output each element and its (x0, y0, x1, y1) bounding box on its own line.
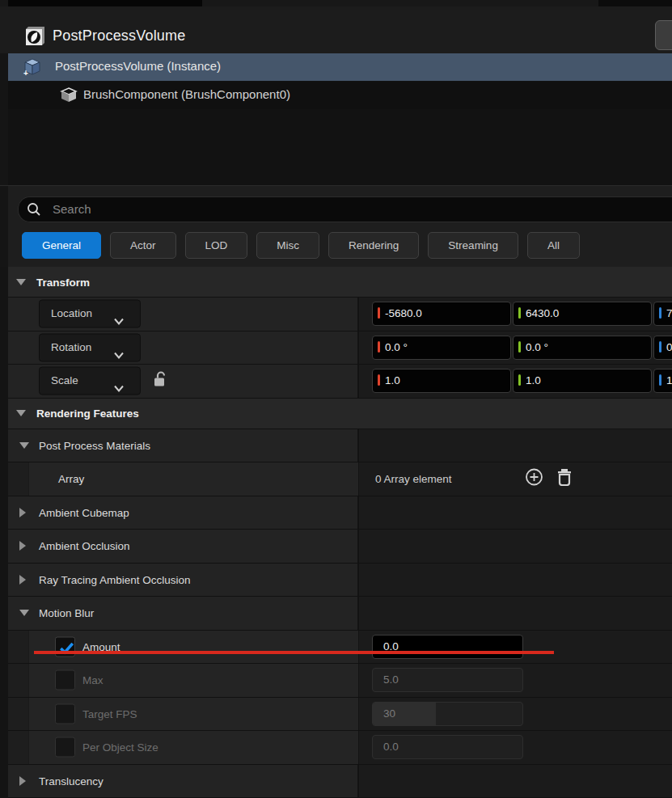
field-value: 6430.0 (526, 307, 559, 319)
field-value: 1.0 (666, 374, 672, 386)
axis-color-bar-x (378, 341, 380, 353)
property-row-motion-blur[interactable]: Motion Blur (8, 597, 672, 631)
value-column: 0 Array element (357, 462, 672, 496)
category-label: Ray Tracing Ambient Occlusion (39, 573, 191, 585)
property-label: Per Object Size (82, 741, 158, 754)
filter-tab-misc[interactable]: Misc (256, 232, 319, 259)
filter-tab-actor[interactable]: Actor (110, 232, 176, 259)
filter-tab-streaming[interactable]: Streaming (428, 232, 518, 259)
chevron-collapsed-icon[interactable] (19, 508, 26, 517)
property-row-ray-tracing-ambient-occlusion[interactable]: Ray Tracing Ambient Occlusion (8, 564, 672, 597)
property-row-post-process-materials[interactable]: Post Process Materials (8, 429, 672, 463)
delete-elements-icon[interactable] (556, 468, 573, 489)
active-tab-edge[interactable] (8, 0, 202, 6)
vector-field-y[interactable]: 1.0 (513, 369, 652, 393)
filter-tab-lod[interactable]: LOD (185, 232, 248, 259)
checkbox-unchecked[interactable] (55, 703, 75, 724)
numeric-field-amount[interactable]: 0.0 (372, 635, 523, 659)
checkbox-unchecked[interactable] (55, 737, 75, 758)
checkbox-unchecked[interactable] (55, 670, 75, 690)
field-value: 79 (666, 307, 672, 319)
category-label: Translucency (39, 775, 104, 787)
property-row-target-fps[interactable]: 30Target FPS (8, 698, 672, 732)
chevron-collapsed-icon[interactable] (19, 541, 26, 551)
vector-field-y[interactable]: 6430.0 (513, 302, 652, 326)
property-row-ambient-occlusion[interactable]: Ambient Occlusion (8, 530, 672, 564)
property-row-max[interactable]: 5.0Max (8, 664, 672, 698)
value-column (357, 429, 672, 462)
property-row-per-object-size[interactable]: 0.0Per Object Size (8, 731, 672, 765)
dropdown-label: Rotation (51, 340, 91, 353)
filter-tab-label: All (547, 239, 560, 251)
field-value: 0.0 (666, 341, 672, 353)
property-row-scale[interactable]: 1.01.01.0Scale (8, 365, 672, 399)
post-process-volume-icon (24, 25, 46, 47)
title-bar: PostProcessVolume (0, 6, 672, 54)
property-label: Max (82, 674, 104, 686)
vector-field-x[interactable]: 1.0 (372, 369, 511, 393)
row-inset (28, 698, 358, 731)
vector-field-x[interactable]: 0.0 ° (372, 336, 511, 360)
numeric-field-target-fps[interactable]: 30 (372, 702, 523, 726)
tree-item-brushcomponent[interactable]: BrushComponent (BrushComponent0) (8, 82, 672, 109)
property-row-array[interactable]: 0 Array elementArray (8, 462, 672, 496)
axis-color-bar-z (659, 307, 661, 319)
axis-dropdown-rotation[interactable]: Rotation (39, 333, 141, 361)
axis-color-bar-y (518, 374, 521, 386)
unlocked-icon[interactable] (154, 371, 167, 391)
axis-color-bar-x (378, 307, 380, 319)
vector-field-y[interactable]: 0.0 ° (513, 336, 652, 360)
vector-field-z[interactable]: 0.0 (653, 336, 672, 360)
property-row-ambient-cubemap[interactable]: Ambient Cubemap (8, 496, 672, 530)
field-value: 0.0 ° (385, 341, 408, 353)
property-row-translucency[interactable]: Translucency (8, 765, 672, 798)
field-value: 1.0 (385, 374, 400, 386)
filter-tab-general[interactable]: General (22, 232, 101, 259)
brush-cube-icon (59, 86, 78, 105)
search-placeholder: Search (53, 202, 91, 216)
section-header-transform[interactable]: Transform (8, 267, 672, 298)
vector-field-z[interactable]: 79 (653, 302, 672, 326)
filter-tab-label: Misc (277, 239, 299, 251)
chevron-expanded-icon[interactable] (19, 610, 29, 616)
axis-dropdown-scale[interactable]: Scale (39, 367, 141, 395)
property-row-location[interactable]: -5680.06430.079Location (8, 298, 672, 331)
axis-color-bar-y (518, 341, 521, 353)
filter-tabs: GeneralActorLODMiscRenderingStreamingAll (22, 232, 672, 257)
array-count-text: 0 Array element (375, 473, 452, 485)
add-element-icon[interactable] (525, 468, 543, 490)
filter-tab-label: General (42, 239, 81, 251)
dropdown-label: Location (51, 307, 92, 319)
section-header-rendering-features[interactable]: Rendering Features (8, 399, 672, 429)
chevron-collapsed-icon[interactable] (19, 575, 26, 585)
property-row-rotation[interactable]: 0.0 °0.0 °0.0Rotation (8, 331, 672, 365)
chevron-expanded-icon (16, 279, 26, 285)
vector-field-x[interactable]: -5680.0 (372, 302, 511, 326)
add-button-partial[interactable] (655, 20, 672, 50)
numeric-field-per-object-size[interactable]: 0.0 (372, 735, 523, 759)
red-underline-annotation (34, 651, 554, 654)
property-row-amount[interactable]: 0.0Amount (8, 631, 672, 665)
axis-dropdown-location[interactable]: Location (39, 300, 141, 328)
value-column: -5680.06430.079 (357, 298, 672, 331)
axis-color-bar-y (518, 307, 521, 319)
chevron-collapsed-icon[interactable] (19, 776, 26, 786)
tree-item-postprocessvolume-instance[interactable]: + PostProcessVolume (Instance) (8, 53, 672, 81)
page-title: PostProcessVolume (53, 27, 185, 44)
filter-tab-rendering[interactable]: Rendering (328, 232, 419, 259)
tab-strip (0, 0, 672, 6)
vector-field-z[interactable]: 1.0 (653, 369, 672, 393)
axis-color-bar-z (659, 374, 661, 386)
value-column: 1.01.01.0 (357, 365, 672, 398)
filter-tab-all[interactable]: All (527, 232, 580, 259)
section-header-label: Transform (36, 276, 90, 288)
value-column: 0.0 °0.0 °0.0 (357, 331, 672, 365)
filter-tab-label: Actor (130, 239, 156, 251)
chevron-expanded-icon[interactable] (19, 442, 29, 449)
details-panel: PostProcessVolume + PostProcessVolume (I… (0, 0, 672, 798)
row-inset (28, 631, 358, 664)
search-input[interactable]: Search (18, 196, 672, 222)
numeric-field-max[interactable]: 5.0 (372, 668, 523, 692)
category-label: Ambient Cubemap (39, 506, 129, 518)
field-value: 0.0 ° (526, 341, 548, 353)
